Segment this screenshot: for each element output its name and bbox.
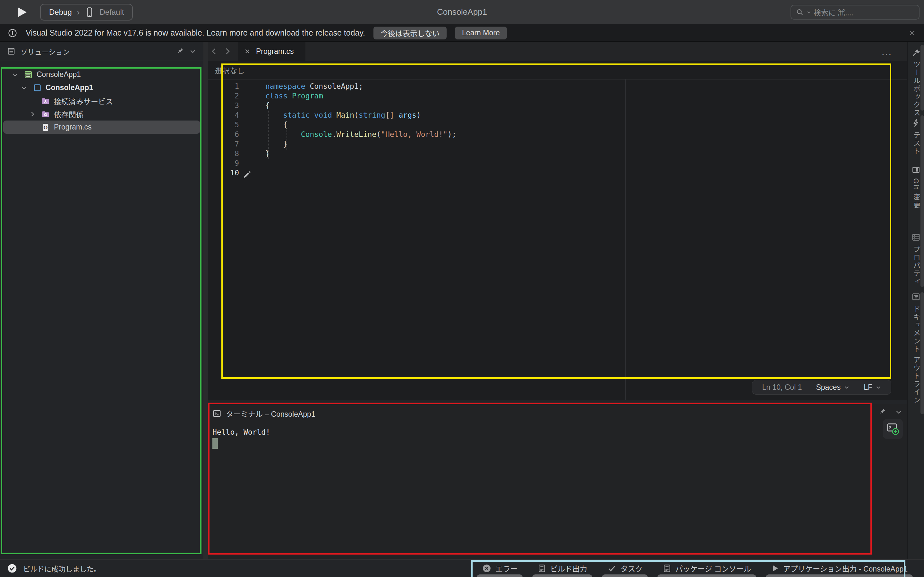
- git-changes-icon: [911, 165, 921, 174]
- test-icon: [911, 119, 921, 127]
- tab-close-icon[interactable]: [244, 48, 251, 55]
- rail-tab-label: Git 変更: [911, 178, 921, 209]
- notification-message: Visual Studio 2022 for Mac v17.6 is now …: [26, 28, 365, 37]
- search-placeholder: 検索に ⌘....: [814, 7, 853, 18]
- notification-bar: Visual Studio 2022 for Mac v17.6 is now …: [0, 24, 924, 42]
- code-line[interactable]: 1namespace ConsoleApp1;: [208, 81, 907, 91]
- rail-tab-label: ツールボックス: [911, 61, 921, 117]
- indentation-label: Spaces: [816, 383, 841, 392]
- pin-icon[interactable]: [176, 47, 184, 55]
- code-text: {: [239, 120, 288, 129]
- bottom-status-bar: ビルドに成功しました。 エラービルド出力タスクパッケージ コンソールアプリケーシ…: [0, 559, 924, 577]
- search-icon: [796, 8, 804, 16]
- mouse-cursor-icon: [241, 169, 253, 180]
- package-console-icon: [662, 564, 672, 573]
- navigate-forward-button[interactable]: [221, 46, 234, 57]
- bottom-tab-1[interactable]: ビルド出力: [532, 562, 592, 574]
- navigate-back-button[interactable]: [208, 46, 221, 57]
- code-line[interactable]: 2class Program: [208, 91, 907, 101]
- tree-item-4[interactable]: {}Program.cs: [3, 121, 200, 134]
- rail-group-strip: [921, 292, 924, 414]
- line-number: 1: [208, 81, 239, 91]
- new-terminal-button[interactable]: [883, 419, 903, 439]
- breadcrumb[interactable]: 選択なし: [208, 61, 907, 79]
- chevron-right-icon[interactable]: [27, 111, 37, 118]
- solution-pad-title: ソリューション: [21, 46, 171, 56]
- pin-icon[interactable]: [879, 408, 886, 416]
- tree-item-0[interactable]: ConsoleApp1: [3, 68, 200, 81]
- line-number: 8: [208, 149, 239, 158]
- tab-label: Program.cs: [256, 47, 294, 56]
- document-outline-icon: [911, 292, 921, 301]
- tree-item-1[interactable]: ConsoleApp1: [3, 81, 200, 94]
- code-text: [239, 158, 265, 168]
- code-line[interactable]: 6 Console.WriteLine("Hello, World!");: [208, 129, 907, 139]
- pad-menu-chevron-icon[interactable]: [895, 408, 902, 416]
- solution-pad: ソリューション ConsoleApp1ConsoleApp1接続済みサービス依存…: [0, 42, 204, 559]
- right-dock-rail: ツールボックステストGit 変更プロパティドキュメント アウトライン: [907, 42, 924, 577]
- chevron-down-icon: [876, 384, 881, 390]
- chevron-down-icon[interactable]: [19, 84, 29, 91]
- pad-menu-chevron-icon[interactable]: [189, 48, 196, 55]
- terminal-cursor: [212, 438, 218, 449]
- line-number: 2: [208, 91, 239, 101]
- terminal-title: ターミナル – ConsoleApp1: [226, 408, 315, 419]
- errors-icon: [482, 564, 491, 573]
- tree-item-3[interactable]: 依存関係: [3, 107, 200, 121]
- dismiss-button[interactable]: 今後は表示しない: [373, 27, 447, 39]
- build-output-icon: [537, 564, 546, 573]
- code-lines: 1namespace ConsoleApp1;2class Program3{4…: [208, 81, 907, 177]
- terminal-panel[interactable]: ターミナル – ConsoleApp1 Hello, World!: [208, 404, 907, 559]
- window-title: ConsoleApp1: [0, 7, 924, 17]
- breadcrumb-label: 選択なし: [215, 65, 244, 76]
- close-icon[interactable]: [908, 29, 916, 37]
- tree-item-2[interactable]: 接続済みサービス: [3, 94, 200, 107]
- code-line[interactable]: 4 static void Main(string[] args): [208, 110, 907, 120]
- rail-tab-label: ドキュメント アウトライン: [911, 305, 921, 404]
- code-line[interactable]: 5 {: [208, 120, 907, 129]
- search-input[interactable]: 検索に ⌘....: [790, 5, 919, 19]
- terminal-header: ターミナル – ConsoleApp1: [208, 404, 907, 419]
- line-ending-label: LF: [864, 383, 872, 392]
- editor-tab-strip: Program.cs …: [208, 42, 907, 61]
- csharp-file-icon: {}: [41, 123, 50, 132]
- learn-more-button[interactable]: Learn More: [455, 27, 507, 39]
- toolbox-icon: [911, 48, 921, 57]
- chevron-down-icon: [844, 384, 850, 390]
- chevron-down-icon[interactable]: [10, 71, 20, 78]
- tree-item-label: Program.cs: [54, 123, 92, 131]
- rail-group-strip: [921, 45, 924, 111]
- indentation-selector[interactable]: Spaces: [816, 383, 850, 392]
- bottom-tab-0[interactable]: エラー: [477, 562, 523, 574]
- solution-tree: ConsoleApp1ConsoleApp1接続済みサービス依存関係{}Prog…: [0, 68, 204, 134]
- bottom-dock-tabs: エラービルド出力タスクパッケージ コンソールアプリケーション出力 - Conso…: [477, 562, 913, 574]
- connected-services-icon: [41, 97, 50, 105]
- bottom-tab-4[interactable]: アプリケーション出力 - ConsoleApp1: [766, 562, 913, 574]
- rail-group-strip: [921, 115, 924, 287]
- terminal-output: Hello, World!: [212, 428, 907, 436]
- tab-overflow-button[interactable]: …: [881, 48, 892, 55]
- svg-text:{}: {}: [43, 125, 47, 129]
- build-status: ビルドに成功しました。: [7, 560, 101, 577]
- search-scope-chevron-icon[interactable]: [806, 10, 811, 15]
- code-line[interactable]: 3{: [208, 101, 907, 110]
- code-line[interactable]: 7 }: [208, 139, 907, 149]
- indent-guide: [268, 111, 269, 159]
- code-line[interactable]: 8}: [208, 149, 907, 158]
- line-ending-selector[interactable]: LF: [864, 383, 881, 392]
- bottom-tab-2[interactable]: タスク: [602, 562, 648, 574]
- code-line[interactable]: 9: [208, 158, 907, 168]
- editor-area: Program.cs … 選択なし 1namespace ConsoleApp1…: [208, 42, 907, 577]
- tasks-icon: [607, 564, 617, 573]
- code-text: Console.WriteLine("Hello, World!");: [239, 129, 456, 139]
- code-text: {: [239, 101, 270, 110]
- code-line[interactable]: 10: [208, 168, 907, 177]
- new-terminal-icon: [886, 422, 900, 436]
- line-number: 10: [208, 168, 239, 177]
- tab-program-cs[interactable]: Program.cs: [238, 42, 305, 61]
- pane-splitter[interactable]: [204, 42, 208, 559]
- line-number: 7: [208, 139, 239, 149]
- bottom-tab-3[interactable]: パッケージ コンソール: [657, 562, 756, 574]
- solution-icon: [24, 70, 33, 79]
- code-editor[interactable]: 1namespace ConsoleApp1;2class Program3{4…: [208, 79, 907, 400]
